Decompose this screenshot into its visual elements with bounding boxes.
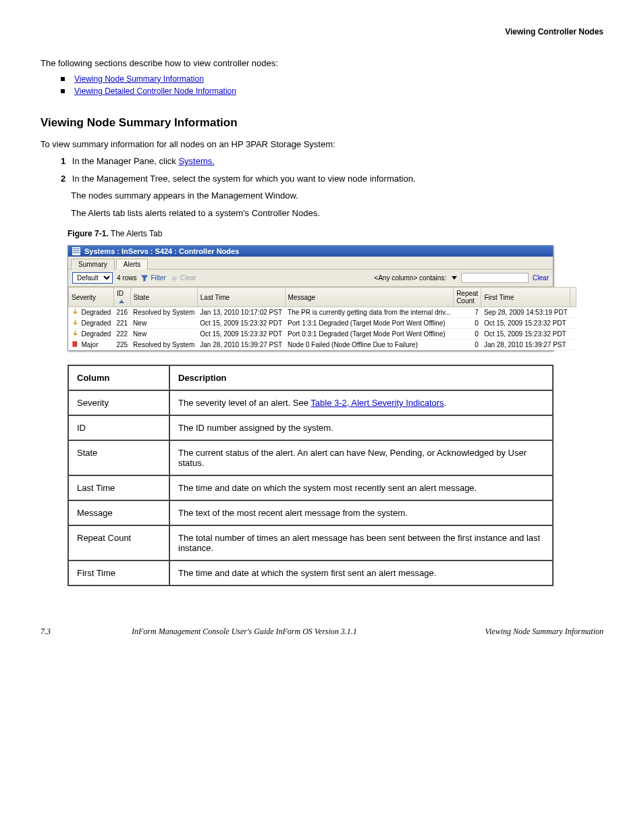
- cell-id: 221: [113, 318, 130, 329]
- table-row[interactable]: Degraded222NewOct 15, 2009 15:23:32 PDTP…: [69, 329, 576, 340]
- col-severity[interactable]: Severity: [69, 288, 114, 307]
- svg-rect-1: [72, 341, 77, 346]
- table-row: Severity The severity level of an alert.…: [68, 390, 553, 415]
- figure-number: Figure 7-1.: [68, 229, 109, 238]
- step-2: 2 In the Management Tree, select the sys…: [61, 172, 603, 186]
- cell-state: New: [130, 318, 197, 329]
- column-description-table: Column Description Severity The severity…: [68, 365, 554, 586]
- alerts-grid: Severity ID State Last Time Message Repe…: [68, 287, 576, 350]
- chevron-down-icon[interactable]: [452, 276, 457, 280]
- cell-state: New: [130, 329, 197, 340]
- filter-button[interactable]: Filter: [140, 274, 165, 282]
- step-1: 1 In the Manager Pane, click Systems.: [61, 155, 603, 168]
- cell-first: Jan 28, 2010 15:39:27 PST: [481, 340, 570, 350]
- severity-xref-link[interactable]: Table 3-2, Alert Severity Indicators: [311, 398, 444, 408]
- table-row: Repeat Count The total number of times a…: [68, 525, 553, 561]
- section-title: Viewing Node Summary Information: [41, 116, 603, 130]
- cell-col: Message: [68, 500, 169, 525]
- filter-label: <Any column> contains:: [374, 274, 446, 282]
- intro-text: The following sections describe how to v…: [41, 57, 603, 70]
- table-row: First Time The time and date at which th…: [68, 561, 553, 585]
- cell-col: Last Time: [68, 475, 169, 500]
- cell-col: First Time: [68, 561, 169, 585]
- cell-state: Resolved by System: [130, 340, 197, 350]
- toc-item: Viewing Node Summary Information: [61, 74, 603, 84]
- cell-col: Repeat Count: [68, 525, 169, 561]
- cell-msg: Port 1:3:1 Degraded (Target Mode Port We…: [285, 318, 454, 329]
- app-icon: [72, 247, 80, 255]
- table-row: Message The text of the most recent aler…: [68, 500, 553, 525]
- section-lead: To view summary information for all node…: [41, 138, 603, 151]
- cell-desc: The text of the most recent alert messag…: [169, 500, 553, 525]
- cell-repeat: 0: [454, 318, 481, 329]
- tab-summary[interactable]: Summary: [71, 259, 115, 269]
- cell-state: Resolved by System: [130, 307, 197, 318]
- row-count: 4 rows: [117, 274, 136, 282]
- col-id[interactable]: ID: [113, 288, 130, 307]
- systems-link[interactable]: Systems.: [178, 156, 214, 166]
- table-row[interactable]: Degraded221NewOct 15, 2009 15:23:32 PDTP…: [69, 318, 576, 329]
- cell-first: Oct 15, 2009 15:23:32 PDT: [481, 318, 570, 329]
- running-head: Viewing Controller Nodes: [41, 27, 603, 36]
- severity-text: Degraded: [82, 319, 111, 327]
- cell-desc: The total number of times an alert messa…: [169, 525, 553, 561]
- toc-link-1[interactable]: Viewing Node Summary Information: [74, 74, 204, 84]
- step-number: 1: [61, 156, 65, 166]
- header-desc: Description: [169, 365, 553, 390]
- severity-text: Degraded: [82, 309, 111, 316]
- severity-text: Major: [82, 341, 99, 348]
- bullet-icon: [61, 77, 65, 81]
- cell-id: 222: [113, 329, 130, 340]
- cell-desc: The ID number assigned by the system.: [169, 415, 553, 440]
- table-row: Last Time The time and date on which the…: [68, 475, 553, 500]
- toc-link-2[interactable]: Viewing Detailed Controller Node Informa…: [74, 86, 236, 96]
- cell-desc: The time and date on which the system mo…: [169, 475, 553, 500]
- cell-desc: The time and date at which the system fi…: [169, 561, 553, 585]
- toc-item: Viewing Detailed Controller Node Informa…: [61, 86, 603, 96]
- cell-col: Severity: [68, 390, 169, 415]
- cell-repeat: 7: [454, 307, 481, 318]
- cell-repeat: 0: [454, 340, 481, 350]
- cell-desc: The current status of the alert. An aler…: [169, 440, 553, 475]
- bullet-icon: [61, 89, 65, 93]
- cell-col: State: [68, 440, 169, 475]
- cell-last: Oct 15, 2009 15:23:32 PDT: [197, 318, 285, 329]
- clear-link[interactable]: Clear: [533, 274, 549, 282]
- clear-button[interactable]: Clear: [170, 274, 196, 282]
- cell-repeat: 0: [454, 329, 481, 340]
- col-repeat[interactable]: Repeat Count: [454, 288, 481, 307]
- view-select[interactable]: Default: [72, 272, 113, 284]
- footer-left: InForm Management Console User's Guide I…: [132, 627, 485, 637]
- severity-icon: [72, 340, 79, 349]
- severity-icon: [72, 308, 79, 317]
- step-text: In the Manager Pane, click: [72, 156, 179, 166]
- table-row[interactable]: Major225Resolved by SystemJan 28, 2010 1…: [69, 340, 576, 350]
- tab-alerts[interactable]: Alerts: [116, 259, 149, 269]
- cell-last: Jan 13, 2010 10:17:02 PST: [197, 307, 285, 318]
- filter-input[interactable]: [461, 273, 529, 283]
- cell-desc: The severity level of an alert. See Tabl…: [169, 390, 553, 415]
- header-column: Column: [68, 365, 169, 390]
- severity-icon: [72, 330, 79, 338]
- cell-msg: The PR is currently getting data from th…: [285, 307, 454, 318]
- col-state[interactable]: State: [130, 288, 197, 307]
- col-message[interactable]: Message: [285, 288, 454, 307]
- footer-right: Viewing Node Summary Information: [485, 627, 603, 637]
- figure-title: The Alerts Tab: [111, 229, 163, 238]
- cell-first: Sep 28, 2009 14:53:19 PDT: [481, 307, 570, 318]
- cell-id: 216: [113, 307, 130, 318]
- table-row[interactable]: Degraded216Resolved by SystemJan 13, 201…: [69, 307, 576, 318]
- cell-last: Oct 15, 2009 15:23:32 PDT: [197, 329, 285, 340]
- window-title: Systems : InServs : S424 : Controller No…: [84, 247, 239, 255]
- cell-last: Jan 28, 2010 15:39:27 PST: [197, 340, 285, 350]
- eraser-icon: [170, 274, 178, 282]
- figure-caption: Figure 7-1. The Alerts Tab: [68, 229, 603, 238]
- col-firsttime[interactable]: First Time: [481, 288, 570, 307]
- col-lasttime[interactable]: Last Time: [197, 288, 285, 307]
- step-text: In the Management Tree, select the syste…: [72, 174, 416, 184]
- cell-msg: Node 0 Failed (Node Offline Due to Failu…: [285, 340, 454, 350]
- alerts-para: The Alerts tab lists alerts related to a…: [71, 207, 603, 220]
- cell-id: 225: [113, 340, 130, 350]
- step-result: The nodes summary appears in the Managem…: [71, 189, 603, 203]
- table-row: State The current status of the alert. A…: [68, 440, 553, 475]
